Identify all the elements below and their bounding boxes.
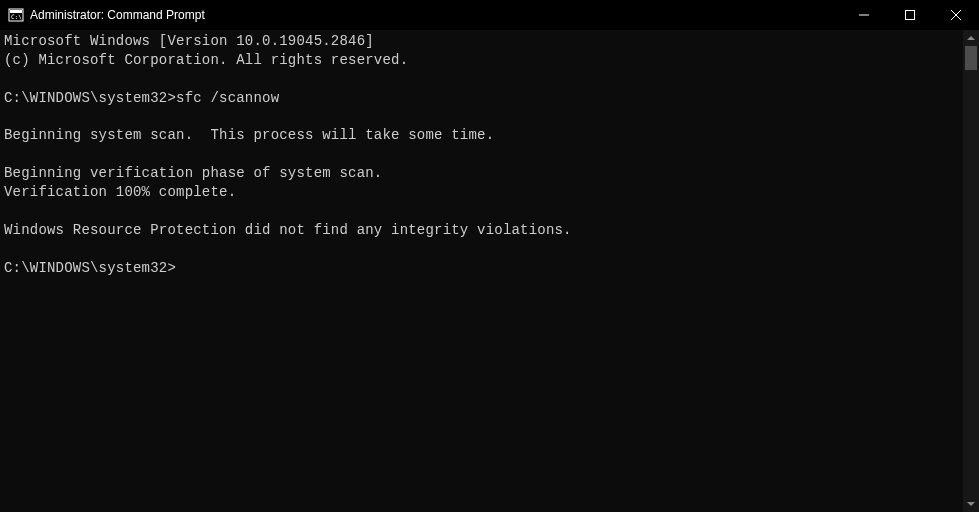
command-line: C:\WINDOWS\system32>sfc /scannow [4, 89, 959, 108]
svg-text:C:\: C:\ [11, 13, 22, 20]
blank-line [4, 202, 959, 221]
svg-marker-8 [967, 502, 975, 506]
cmd-icon: C:\ [8, 7, 24, 23]
svg-marker-7 [967, 36, 975, 40]
scroll-down-arrow-icon[interactable] [963, 496, 979, 512]
minimize-button[interactable] [841, 0, 887, 30]
title-left: C:\ Administrator: Command Prompt [8, 7, 205, 23]
output-line: (c) Microsoft Corporation. All rights re… [4, 51, 959, 70]
output-line: Microsoft Windows [Version 10.0.19045.28… [4, 32, 959, 51]
maximize-button[interactable] [887, 0, 933, 30]
prompt: C:\WINDOWS\system32> [4, 90, 176, 106]
output-line: Beginning system scan. This process will… [4, 126, 959, 145]
close-button[interactable] [933, 0, 979, 30]
output-line: Verification 100% complete. [4, 183, 959, 202]
terminal-output[interactable]: Microsoft Windows [Version 10.0.19045.28… [0, 30, 963, 512]
blank-line [4, 108, 959, 127]
blank-line [4, 70, 959, 89]
current-prompt-line: C:\WINDOWS\system32> [4, 259, 959, 278]
scroll-up-arrow-icon[interactable] [963, 30, 979, 46]
output-line: Beginning verification phase of system s… [4, 164, 959, 183]
prompt: C:\WINDOWS\system32> [4, 260, 176, 276]
typed-command: sfc /scannow [176, 90, 279, 106]
scroll-thumb[interactable] [965, 46, 977, 70]
blank-line [4, 145, 959, 164]
window-title: Administrator: Command Prompt [30, 8, 205, 22]
title-bar[interactable]: C:\ Administrator: Command Prompt [0, 0, 979, 30]
window-controls [841, 0, 979, 30]
output-line: Windows Resource Protection did not find… [4, 221, 959, 240]
svg-rect-4 [906, 11, 915, 20]
blank-line [4, 240, 959, 259]
vertical-scrollbar[interactable] [963, 30, 979, 512]
terminal-area: Microsoft Windows [Version 10.0.19045.28… [0, 30, 979, 512]
